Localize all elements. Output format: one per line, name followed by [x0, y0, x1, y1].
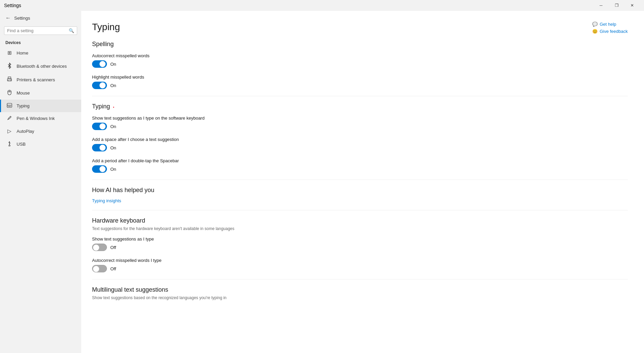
hardware-section-title: Hardware keyboard: [92, 217, 628, 224]
sidebar-item-printers[interactable]: Printers & scanners: [0, 73, 81, 86]
sidebar-item-bluetooth[interactable]: Bluetooth & other devices: [0, 59, 81, 73]
sidebar: ← Settings 🔍 Devices ⊞ Home Bluetooth & …: [0, 11, 81, 353]
section-divider-3: [92, 210, 628, 210]
svg-point-3: [10, 79, 11, 80]
add-space-toggle-thumb: [99, 145, 106, 151]
highlight-toggle[interactable]: [92, 82, 107, 89]
sidebar-item-usb[interactable]: USB: [0, 138, 81, 151]
title-bar-left: Settings: [4, 3, 21, 8]
highlight-label: Highlight misspelled words: [92, 75, 628, 80]
highlight-setting: Highlight misspelled words On: [92, 75, 628, 89]
sidebar-pen-label: Pen & Windows Ink: [17, 116, 55, 121]
sidebar-bluetooth-label: Bluetooth & other devices: [17, 64, 67, 69]
get-help-link[interactable]: 💬 Get help: [592, 22, 616, 27]
sidebar-item-home[interactable]: ⊞ Home: [0, 46, 81, 59]
search-box[interactable]: 🔍: [4, 26, 77, 35]
highlight-state: On: [110, 83, 116, 88]
show-suggestions-toggle-row: On: [92, 123, 628, 130]
typing-icon: [6, 103, 13, 109]
restore-button[interactable]: ❐: [609, 0, 624, 11]
give-feedback-link[interactable]: 😊 Give feedback: [592, 29, 628, 34]
app-body: ← Settings 🔍 Devices ⊞ Home Bluetooth & …: [0, 11, 644, 353]
hw-autocorrect-toggle-row: Off: [92, 265, 628, 272]
hw-autocorrect-label: Autocorrect misspelled words I type: [92, 258, 628, 263]
title-bar-title: Settings: [4, 3, 21, 8]
add-period-toggle-row: On: [92, 165, 628, 173]
spelling-section-title: Spelling: [92, 41, 628, 48]
hw-show-suggestions-label: Show text suggestions as I type: [92, 236, 628, 242]
back-arrow-icon: ←: [5, 15, 11, 21]
bluetooth-icon: [6, 63, 13, 70]
hw-show-suggestions-state: Off: [110, 245, 116, 250]
autocorrect-toggle-row: On: [92, 60, 628, 68]
usb-icon: [6, 141, 13, 147]
hw-autocorrect-toggle-thumb: [93, 266, 99, 272]
svg-rect-2: [8, 77, 11, 79]
show-suggestions-toggle[interactable]: [92, 123, 107, 130]
hardware-desc: Text suggestions for the hardware keyboa…: [92, 226, 295, 231]
feedback-icon: 😊: [592, 29, 598, 34]
autocorrect-toggle[interactable]: [92, 60, 107, 68]
sidebar-printers-label: Printers & scanners: [17, 77, 55, 82]
highlight-toggle-thumb: [99, 82, 106, 88]
minimize-button[interactable]: ─: [593, 0, 609, 11]
search-icon: 🔍: [69, 28, 74, 33]
sidebar-typing-label: Typing: [17, 103, 29, 108]
section-divider-4: [92, 279, 628, 279]
close-button[interactable]: ✕: [624, 0, 640, 11]
top-links: 💬 Get help 😊 Give feedback: [592, 22, 628, 34]
add-space-state: On: [110, 145, 116, 150]
sidebar-item-typing[interactable]: Typing: [0, 100, 81, 112]
add-period-toggle[interactable]: [92, 165, 107, 173]
typing-insights-link[interactable]: Typing insights: [92, 198, 121, 203]
add-space-label: Add a space after I choose a text sugges…: [92, 137, 628, 142]
add-period-label: Add a period after I double-tap the Spac…: [92, 158, 628, 163]
sidebar-item-mouse[interactable]: Mouse: [0, 86, 81, 100]
help-icon: 💬: [592, 22, 598, 27]
highlight-toggle-row: On: [92, 82, 628, 89]
section-divider-2: [92, 180, 628, 180]
sidebar-autoplay-label: AutoPlay: [17, 129, 34, 134]
title-bar: Settings ─ ❐ ✕: [0, 0, 644, 11]
printer-icon: [6, 77, 13, 83]
hw-autocorrect-toggle[interactable]: [92, 265, 107, 272]
add-period-setting: Add a period after I double-tap the Spac…: [92, 158, 628, 173]
multilingual-desc: Show text suggestions based on the recog…: [92, 295, 295, 300]
autoplay-icon: ▷: [6, 128, 13, 134]
back-label: Settings: [14, 16, 30, 21]
show-suggestions-toggle-thumb: [99, 123, 106, 129]
pen-icon: [6, 116, 13, 121]
show-suggestions-label: Show text suggestions as I type on the s…: [92, 116, 628, 121]
title-bar-controls: ─ ❐ ✕: [593, 0, 640, 11]
home-icon: ⊞: [6, 50, 13, 56]
add-period-toggle-thumb: [99, 166, 106, 172]
add-space-toggle-row: On: [92, 144, 628, 151]
show-suggestions-setting: Show text suggestions as I type on the s…: [92, 116, 628, 130]
svg-rect-1: [8, 80, 11, 81]
sidebar-item-pen[interactable]: Pen & Windows Ink: [0, 112, 81, 125]
back-button[interactable]: ← Settings: [0, 11, 81, 25]
hw-show-suggestions-setting: Show text suggestions as I type Off: [92, 236, 628, 251]
main-content: 💬 Get help 😊 Give feedback Typing Spelli…: [81, 11, 644, 353]
typing-section-title: Typing •: [92, 103, 628, 110]
page-title: Typing: [92, 22, 628, 33]
autocorrect-setting: Autocorrect misspelled words On: [92, 53, 628, 68]
show-suggestions-state: On: [110, 124, 116, 129]
hw-show-suggestions-toggle[interactable]: [92, 244, 107, 251]
mouse-icon: [6, 90, 13, 96]
sidebar-item-label: Home: [17, 50, 28, 56]
sidebar-item-autoplay[interactable]: ▷ AutoPlay: [0, 125, 81, 138]
autocorrect-state: On: [110, 62, 116, 67]
autocorrect-toggle-thumb: [99, 61, 106, 67]
sidebar-section-label: Devices: [0, 38, 81, 46]
search-input[interactable]: [7, 28, 69, 33]
add-space-toggle[interactable]: [92, 144, 107, 151]
hw-autocorrect-state: Off: [110, 266, 116, 271]
hw-show-suggestions-toggle-row: Off: [92, 244, 628, 251]
hw-autocorrect-setting: Autocorrect misspelled words I type Off: [92, 258, 628, 272]
multilingual-section-title: Multilingual text suggestions: [92, 286, 628, 293]
sidebar-mouse-label: Mouse: [17, 90, 30, 96]
hw-show-suggestions-toggle-thumb: [93, 245, 99, 251]
autocorrect-label: Autocorrect misspelled words: [92, 53, 628, 58]
sidebar-usb-label: USB: [17, 142, 26, 147]
